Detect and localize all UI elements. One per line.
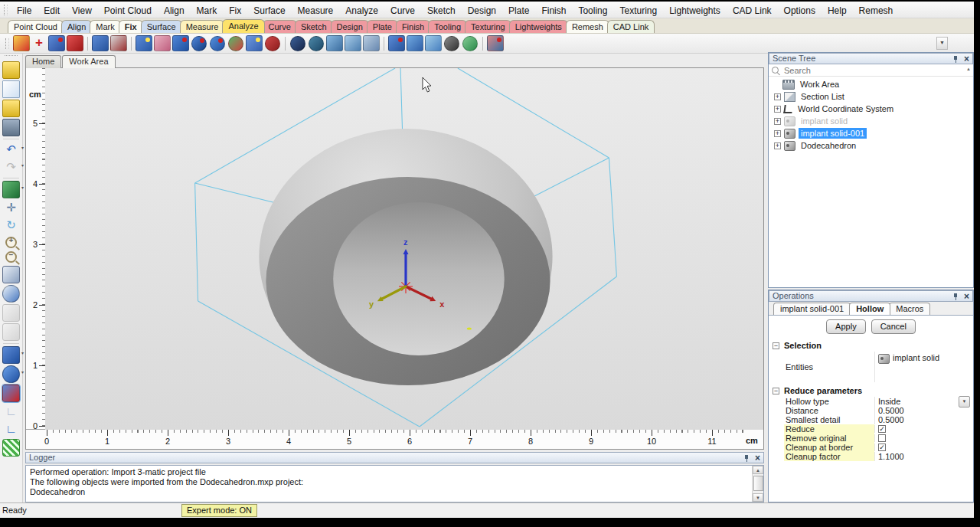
grid-toggle-icon[interactable] — [2, 439, 20, 457]
ribbon-tab-tooling[interactable]: Tooling — [428, 20, 467, 33]
pin-icon[interactable] — [953, 293, 959, 300]
ribbon-tab-mark[interactable]: Mark — [90, 20, 120, 33]
tree-item-implant-solid-001[interactable]: +implant solid-001 — [769, 127, 973, 139]
ribbon-tab-remesh[interactable]: Remesh — [566, 20, 609, 33]
cube-icon[interactable] — [92, 35, 109, 51]
shading-sphere-icon[interactable]: ▾ — [2, 365, 20, 383]
operation-tab-implant-solid-001[interactable]: implant solid-001 — [773, 303, 851, 315]
param-value[interactable]: 1.1000 — [874, 452, 973, 461]
toolbar-overflow-button[interactable]: ▼ — [936, 37, 948, 50]
dropdown-caret-icon[interactable]: ▾ — [21, 140, 24, 155]
menu-fix[interactable]: Fix — [223, 4, 247, 18]
globe-view-icon[interactable] — [2, 285, 20, 303]
menu-plate[interactable]: Plate — [502, 4, 535, 18]
apply-button[interactable]: Apply — [826, 319, 866, 334]
dropdown-caret-icon[interactable]: ▾ — [21, 365, 24, 380]
pan-icon[interactable]: ✛ — [3, 200, 19, 216]
zoom-out-icon[interactable]: − — [5, 251, 17, 263]
logger-header[interactable]: Logger × — [25, 452, 764, 463]
view-preset-cube-icon[interactable]: ▾ — [2, 181, 20, 198]
scroll-up-icon[interactable]: ▲ — [966, 67, 971, 71]
tree-item-implant-solid[interactable]: +implant solid — [769, 115, 973, 127]
param-value[interactable]: ✓ — [874, 444, 973, 451]
ribbon-tab-texturing[interactable]: Texturing — [465, 20, 511, 33]
menu-design[interactable]: Design — [462, 4, 502, 18]
ribbon-tab-fix[interactable]: Fix — [119, 20, 143, 33]
probe-point-icon[interactable] — [154, 35, 171, 51]
sphere-mark-icon[interactable] — [191, 36, 207, 51]
menu-surface[interactable]: Surface — [247, 4, 291, 18]
copy-cubes-icon[interactable] — [246, 35, 263, 51]
collapse-icon[interactable]: − — [773, 388, 779, 394]
marked-cube-icon[interactable] — [48, 35, 65, 51]
expand-icon[interactable]: + — [774, 93, 781, 100]
menu-view[interactable]: View — [66, 4, 98, 18]
param-value[interactable]: 0.5000 — [874, 406, 973, 415]
menu-curve[interactable]: Curve — [384, 4, 421, 18]
scroll-up-icon[interactable]: ▲ — [753, 466, 763, 474]
hollow-cavity[interactable] — [333, 202, 505, 355]
new-project-icon[interactable] — [2, 80, 20, 98]
rotate-view-icon[interactable]: ↻ — [3, 218, 19, 234]
axes-toggle-icon[interactable]: ∟ — [3, 404, 19, 420]
checkbox-checked-icon[interactable]: ✓ — [878, 425, 886, 433]
ribbon-tab-point-cloud[interactable]: Point Cloud — [8, 20, 64, 33]
dropdown-caret-icon[interactable]: ▾ — [21, 158, 24, 173]
ribbon-tab-surface[interactable]: Surface — [141, 20, 182, 33]
ribbon-tab-cad-link[interactable]: CAD Link — [607, 20, 655, 33]
entities-value[interactable]: implant solid — [874, 352, 973, 382]
param-value[interactable]: Inside▼ — [874, 397, 973, 406]
tree-item-work-area[interactable]: Work Area — [769, 78, 973, 90]
disc-icon[interactable] — [265, 36, 280, 51]
menu-texturing[interactable]: Texturing — [613, 4, 663, 18]
checkbox-unchecked-icon[interactable] — [878, 434, 886, 442]
viewport-tab-home[interactable]: Home — [25, 55, 61, 68]
menu-file[interactable]: File — [11, 4, 38, 18]
scroll-thumb[interactable] — [753, 476, 763, 491]
menu-analyze[interactable]: Analyze — [339, 4, 384, 18]
ribbon-tab-sketch[interactable]: Sketch — [295, 20, 333, 33]
tree-item-world-coordinate-system[interactable]: +World Coordinate System — [769, 103, 973, 115]
expand-icon[interactable]: + — [774, 118, 781, 125]
add-point-icon[interactable]: + — [31, 36, 47, 51]
ribbon-tab-analyze[interactable]: Analyze — [222, 19, 264, 33]
fix-arrows-icon[interactable] — [407, 35, 423, 51]
ribbon-tab-design[interactable]: Design — [331, 20, 369, 33]
expand-icon[interactable]: + — [774, 130, 781, 137]
pick-cursor-icon[interactable] — [13, 35, 30, 51]
menu-point-cloud[interactable]: Point Cloud — [98, 4, 158, 18]
shrinkwrap-icon[interactable] — [462, 36, 478, 51]
ribbon-tab-measure[interactable]: Measure — [180, 20, 225, 33]
dropdown-caret-icon[interactable]: ▾ — [21, 180, 24, 195]
redo-icon[interactable]: ↷▾ — [3, 159, 19, 175]
expand-icon[interactable]: + — [774, 106, 781, 113]
expand-icon[interactable]: + — [774, 142, 781, 149]
menu-sketch[interactable]: Sketch — [421, 4, 462, 18]
new-part-cube-icon[interactable] — [136, 35, 152, 51]
set-square-icon[interactable] — [326, 35, 343, 51]
param-value[interactable]: 0.5000 — [874, 415, 973, 424]
menu-options[interactable]: Options — [778, 4, 822, 18]
viewport-tab-work-area[interactable]: Work Area — [62, 55, 115, 68]
pin-icon[interactable] — [953, 55, 959, 63]
menu-remesh[interactable]: Remesh — [853, 4, 900, 18]
zoom-window-icon[interactable] — [2, 266, 20, 283]
menu-mark[interactable]: Mark — [191, 4, 224, 18]
close-icon[interactable]: × — [755, 454, 760, 462]
ribbon-tab-finish[interactable]: Finish — [396, 20, 430, 33]
sphere-half-icon[interactable] — [444, 36, 459, 51]
ribbon-tab-plate[interactable]: Plate — [367, 20, 398, 33]
cancel-button[interactable]: Cancel — [871, 319, 916, 334]
mark-plane-icon[interactable] — [67, 35, 83, 51]
checkbox-checked-icon[interactable]: ✓ — [878, 444, 886, 451]
menu-align[interactable]: Align — [158, 4, 191, 18]
sphere-dots-icon[interactable] — [210, 36, 225, 51]
ribbon-tab-curve[interactable]: Curve — [263, 20, 297, 33]
menu-tooling[interactable]: Tooling — [572, 4, 613, 18]
operations-header[interactable]: Operations × — [769, 290, 973, 302]
scroll-down-icon[interactable]: ▼ — [753, 493, 763, 502]
menu-cad-link[interactable]: CAD Link — [727, 4, 778, 18]
close-icon[interactable]: × — [964, 55, 969, 63]
param-value[interactable]: ✓ — [874, 425, 973, 433]
scene-tree-header[interactable]: Scene Tree × — [769, 53, 973, 64]
